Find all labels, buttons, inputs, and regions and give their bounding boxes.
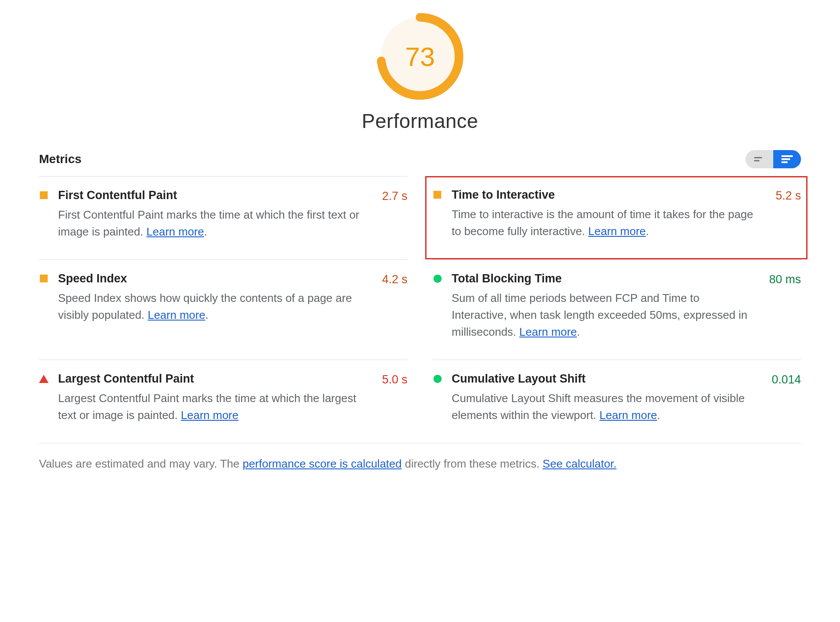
metric-value: 80 ms [769,273,801,286]
metric-speed-index: Speed Index Speed Index shows how quickl… [39,259,407,360]
gauge-score: 73 [377,13,463,100]
status-average-icon [39,191,49,199]
compact-view-icon [754,156,765,162]
metric-value: 5.2 s [775,189,801,203]
expanded-view-icon [781,155,793,163]
learn-more-link[interactable]: Learn more [599,409,657,422]
metric-value: 2.7 s [382,190,407,203]
see-calculator-link[interactable]: See calculator. [543,457,617,470]
metric-name: Speed Index [58,272,367,285]
metric-tbt: Total Blocking Time Sum of all time peri… [433,259,801,360]
metric-value: 0.014 [772,373,801,386]
learn-more-link[interactable]: Learn more [588,225,646,238]
learn-more-link[interactable]: Learn more [148,308,205,321]
metric-value: 4.2 s [382,273,407,286]
footnote: Values are estimated and may vary. The p… [39,457,801,471]
svg-rect-6 [781,161,788,163]
metric-description: Speed Index shows how quickly the conten… [58,290,367,324]
learn-more-link[interactable]: Learn more [147,225,204,238]
metric-description: First Contentful Paint marks the time at… [58,206,367,240]
learn-more-link[interactable]: Learn more [519,325,577,338]
svg-rect-5 [781,158,790,160]
performance-gauge: 73 Performance [39,13,801,133]
status-good-icon [433,375,442,383]
metric-name: Time to Interactive [452,188,761,202]
svg-rect-2 [754,157,762,158]
view-compact-button[interactable] [746,150,773,168]
status-average-icon [39,275,49,282]
metric-fcp: First Contentful Paint First Contentful … [39,176,407,259]
metric-description: Time to interactive is the amount of tim… [452,206,761,240]
svg-rect-3 [754,160,759,161]
metric-description: Largest Contentful Paint marks the time … [58,390,367,424]
metric-name: Cumulative Layout Shift [452,372,757,386]
metric-value: 5.0 s [382,373,407,386]
metric-tti: Time to Interactive Time to interactive … [425,176,807,259]
performance-score-link[interactable]: performance score is calculated [243,457,402,470]
metric-name: Largest Contentful Paint [58,372,367,386]
learn-more-link[interactable]: Learn more [181,409,238,422]
svg-rect-4 [781,155,793,157]
gauge-title: Performance [362,109,479,133]
status-good-icon [433,275,442,283]
metric-cls: Cumulative Layout Shift Cumulative Layou… [433,360,801,443]
metrics-section-title: Metrics [39,152,81,166]
metric-name: First Contentful Paint [58,189,367,202]
status-average-icon [433,191,442,199]
view-expanded-button[interactable] [773,150,801,168]
status-poor-icon [39,375,49,383]
metric-description: Cumulative Layout Shift measures the mov… [452,390,757,424]
metric-description: Sum of all time periods between FCP and … [452,290,754,340]
view-toggle [746,150,801,168]
metric-lcp: Largest Contentful Paint Largest Content… [39,360,407,443]
metric-name: Total Blocking Time [452,272,754,285]
